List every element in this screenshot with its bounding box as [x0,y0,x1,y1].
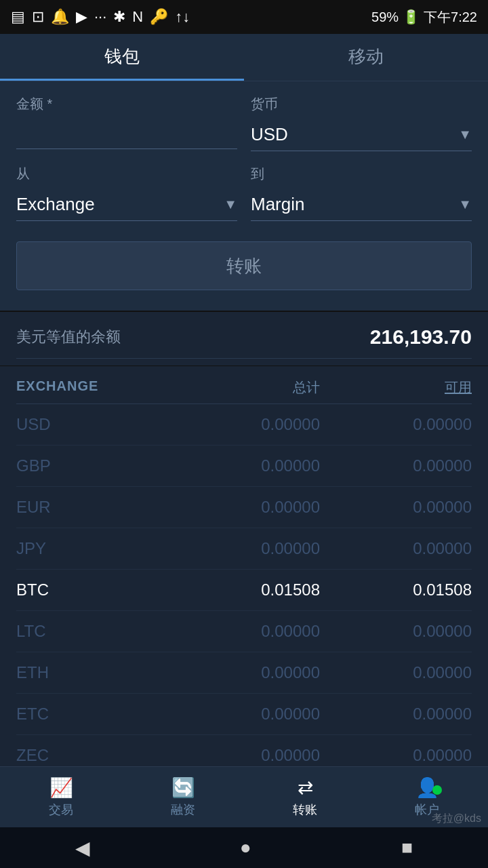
col-header-total: 总计 [168,378,320,397]
balance-row: 美元等值的余额 216,193.70 [16,326,472,359]
row-currency-name: LTC [16,622,168,641]
nav-transfer-label: 转账 [293,802,317,818]
key-icon: 🔑 [150,8,168,26]
battery-icon: 🔋 [403,9,420,25]
main-tab-bar: 钱包 移动 [0,34,488,81]
bottom-nav: 📈 交易 🔄 融资 ⇄ 转账 👤 帐户 [0,766,488,827]
to-value: Margin [251,194,458,215]
nav-finance[interactable]: 🔄 融资 [122,767,244,827]
to-group: 到 Margin ▼ [251,165,472,221]
to-dropdown-arrow: ▼ [458,197,472,212]
time-display: 下午7:22 [424,8,477,26]
battery-percent: 59% [371,9,399,25]
row-currency-name: BTC [16,580,168,599]
currency-group: 货币 USD ▼ [251,95,472,151]
row-available: 0.00000 [320,415,472,434]
send-icon: ▶ [76,8,87,26]
nav-finance-label: 融资 [171,802,195,818]
row-total: 0.00000 [168,622,320,641]
app-icon: ⊡ [32,8,44,26]
nfc-icon: N [132,8,143,26]
balance-section: 美元等值的余额 216,193.70 [0,312,488,366]
home-button[interactable]: ● [240,837,251,859]
from-label: 从 [16,165,237,183]
to-select[interactable]: Margin ▼ [251,189,472,221]
row-total: 0.00000 [168,456,320,475]
currency-select[interactable]: USD ▼ [251,119,472,151]
amount-group: 金额 * [16,95,237,151]
status-left: ▤ ⊡ 🔔 ▶ ··· ✱ N 🔑 ↑↓ [11,8,190,26]
square-button[interactable]: ■ [401,837,413,859]
row-available: 0.01508 [320,580,472,599]
row-available: 0.00000 [320,622,472,641]
status-right: 59% 🔋 下午7:22 [371,8,477,26]
account-dot [432,785,442,795]
from-select[interactable]: Exchange ▼ [16,189,237,221]
to-label: 到 [251,165,472,183]
row-currency-name: JPY [16,539,168,558]
nav-trade-label: 交易 [49,802,73,818]
system-nav: ◀ ● ■ [0,827,488,868]
sim-icon: ▤ [11,8,25,26]
row-currency-name: ETC [16,705,168,724]
balance-label: 美元等值的余额 [16,327,121,347]
row-total: 0.00000 [168,746,320,765]
table-row: LTC 0.00000 0.00000 [16,611,472,652]
amount-label: 金额 * [16,95,237,113]
row-available: 0.00000 [320,539,472,558]
watermark: 考拉@kds [432,812,481,826]
more-icon: ··· [94,8,106,26]
row-total: 0.00000 [168,663,320,682]
trade-icon: 📈 [49,776,73,799]
table-row: ETC 0.00000 0.00000 [16,694,472,735]
currency-label: 货币 [251,95,472,113]
row-total: 0.00000 [168,539,320,558]
exchange-table-header: EXCHANGE 总计 可用 [16,366,472,404]
row-available: 0.00000 [320,498,472,517]
transfer-form: 金额 * 货币 USD ▼ 从 Exchange ▼ 到 Margin ▼ [0,81,488,312]
bluetooth-icon: ✱ [113,8,125,26]
table-row: BTC 0.01508 0.01508 [16,570,472,611]
from-group: 从 Exchange ▼ [16,165,237,221]
row-total: 0.00000 [168,415,320,434]
nav-transfer[interactable]: ⇄ 转账 [244,767,366,827]
table-row: GBP 0.00000 0.00000 [16,446,472,487]
table-row: ETH 0.00000 0.00000 [16,652,472,694]
currency-value: USD [251,124,458,145]
row-currency-name: GBP [16,456,168,475]
row-total: 0.01508 [168,580,320,599]
amount-input[interactable] [16,119,237,149]
row-currency-name: USD [16,415,168,434]
notification-icon: 🔔 [51,8,69,26]
currency-dropdown-arrow: ▼ [458,127,472,142]
tab-move[interactable]: 移动 [244,34,488,81]
row-currency-name: EUR [16,498,168,517]
from-value: Exchange [16,194,224,215]
status-bar: ▤ ⊡ 🔔 ▶ ··· ✱ N 🔑 ↑↓ 59% 🔋 下午7:22 [0,0,488,34]
table-row: EUR 0.00000 0.00000 [16,487,472,528]
amount-currency-row: 金额 * 货币 USD ▼ [16,95,472,151]
nav-trade[interactable]: 📈 交易 [0,767,122,827]
row-total: 0.00000 [168,498,320,517]
table-row: USD 0.00000 0.00000 [16,404,472,446]
row-available: 0.00000 [320,705,472,724]
signal-icon: ↑↓ [175,8,190,26]
row-available: 0.00000 [320,456,472,475]
transfer-icon: ⇄ [298,776,313,799]
row-available: 0.00000 [320,746,472,765]
from-to-row: 从 Exchange ▼ 到 Margin ▼ [16,165,472,221]
row-currency-name: ETH [16,663,168,682]
back-button[interactable]: ◀ [75,837,90,859]
col-header-name: EXCHANGE [16,378,168,397]
tab-move-label: 移动 [348,45,384,68]
finance-icon: 🔄 [171,776,195,799]
row-available: 0.00000 [320,663,472,682]
col-header-available: 可用 [320,378,472,397]
tab-wallet[interactable]: 钱包 [0,34,244,81]
transfer-button[interactable]: 转账 [16,241,472,290]
from-dropdown-arrow: ▼ [224,197,237,212]
row-currency-name: ZEC [16,746,168,765]
balance-value: 216,193.70 [370,326,472,349]
row-total: 0.00000 [168,705,320,724]
table-row: JPY 0.00000 0.00000 [16,528,472,570]
